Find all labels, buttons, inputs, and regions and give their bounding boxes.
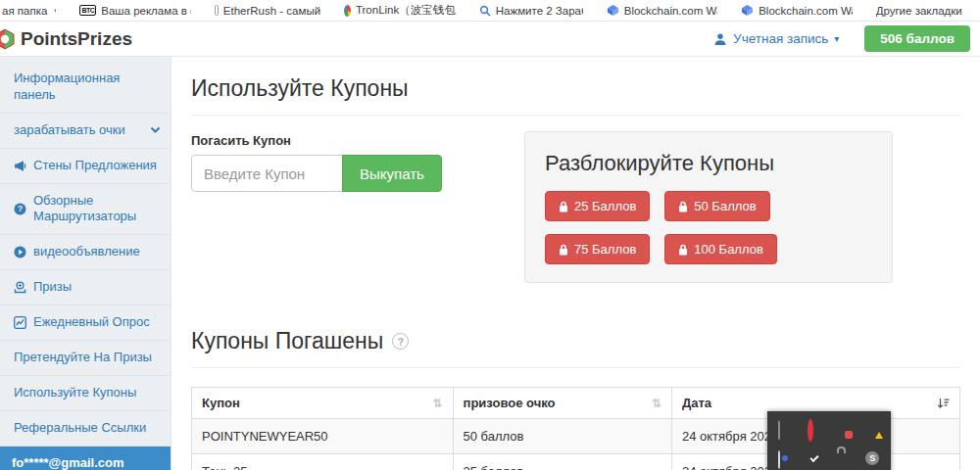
other-bookmarks-label: Другие закладки [876, 5, 962, 17]
sidebar-item-label: видеообъявление [33, 244, 140, 260]
lock-icon [678, 244, 688, 256]
bookmark-label: Нажмите 2 Зараб [496, 5, 583, 17]
sidebar-item-use-coupons[interactable]: Используйте Купоны [0, 376, 171, 411]
bookmark-label: EtherRush - самый [223, 5, 320, 17]
screen: ая папка ▾ BTC Ваша реклама в с EtherRus… [0, 0, 980, 470]
caret-down-icon: ▾ [54, 6, 56, 16]
points-balance-badge[interactable]: 506 баллов [864, 25, 970, 52]
notification-email: fo*****@gmail.com [12, 454, 161, 470]
sidebar-item-earn-points[interactable]: зарабатывать очки [0, 114, 171, 149]
logo[interactable]: PointsPrizes [0, 27, 132, 51]
account-menu[interactable]: Учетная запись ▾ [713, 31, 839, 46]
unlock-button-label: 50 Баллов [694, 199, 756, 213]
btc-icon: BTC [79, 5, 96, 16]
account-label: Учетная запись [733, 31, 828, 46]
defender-warning-icon[interactable] [865, 422, 880, 437]
lock-icon [678, 201, 688, 212]
bookmark-folder[interactable]: ая папка ▾ [2, 5, 56, 17]
sidebar-item-label: Стены Предложения [33, 158, 157, 174]
bookmark-etherrush[interactable]: EtherRush - самый [215, 5, 320, 17]
bookmark-tronlink[interactable]: TronLink（波宝钱包 [344, 3, 456, 18]
sidebar-item-label: зарабатывать очки [14, 122, 125, 139]
person-icon [713, 32, 727, 46]
bookmark-label: ая папка [2, 5, 47, 17]
logo-text: PointsPrizes [21, 28, 132, 50]
sidebar-item-label: Информационная панель [14, 70, 161, 104]
question-circle-icon: ? [14, 203, 26, 215]
unlock-50-button[interactable]: 50 Баллов [664, 191, 769, 221]
app-icon[interactable] [836, 422, 851, 437]
bookmarks-bar: ая папка ▾ BTC Ваша реклама в с EtherRus… [0, 0, 980, 22]
sidebar-item-video-ads[interactable]: видеообъявление [0, 235, 171, 270]
main-content: Используйте Купоны Погасить Купон Выкупа… [172, 57, 980, 470]
site-header: PointsPrizes Учетная запись ▾ 506 баллов [0, 22, 980, 57]
cell-coupon: POINTYNEWYEAR50 [192, 419, 454, 454]
prizes-icon [14, 281, 26, 294]
window-icon[interactable] [778, 422, 793, 437]
coupon-input[interactable] [191, 155, 343, 192]
bookmark-blockchain-1[interactable]: Blockchain.com Wa [607, 4, 717, 17]
unlock-25-button[interactable]: 25 Баллов [545, 191, 650, 221]
unlock-button-label: 25 Баллов [574, 199, 636, 213]
notification-bonus-1[interactable]: fo*****@gmail.com Offer Bonus Points [0, 446, 171, 470]
opera-icon[interactable] [808, 422, 822, 437]
unlock-coupons-panel: Разблокируйте Купоны 25 Баллов [524, 131, 893, 283]
cell-points: 50 баллов [453, 419, 671, 454]
sidebar-item-label: Претендуйте На Призы [14, 350, 152, 366]
body-row: Информационная панель зарабатывать очки … [0, 57, 980, 470]
bookmark-click-earn[interactable]: Нажмите 2 Зараб [479, 5, 583, 17]
sidebar-item-dashboard[interactable]: Информационная панель [0, 62, 171, 114]
cell-coupon: Тень 25 [192, 454, 454, 470]
unlock-button-label: 100 Баллов [694, 242, 763, 257]
sidebar-item-referral-links[interactable]: Реферальные Ссылки [0, 411, 171, 446]
sidebar-item-claim-prizes[interactable]: Претендуйте На Призы [0, 341, 171, 376]
sidebar-item-prizes[interactable]: Призы [0, 270, 171, 306]
bookmark-label: Blockchain.com Wa [759, 5, 852, 17]
media-player-icon[interactable] [778, 451, 793, 466]
lock-icon [559, 244, 568, 256]
sidebar-item-label: Используйте Купоны [14, 385, 136, 401]
pointsprizes-hexagon-icon [0, 27, 17, 51]
tronlink-icon [344, 5, 351, 17]
page-icon [215, 5, 219, 16]
chart-line-icon [14, 316, 26, 329]
header-label: Дата [682, 396, 711, 410]
sidebar-item-survey-routers[interactable]: ? Обзорные Маршрутизаторы [0, 184, 171, 236]
svg-text:?: ? [18, 204, 23, 213]
sidebar-item-label: Призы [33, 279, 72, 296]
redeem-coupon-label: Погасить Купон [191, 133, 524, 148]
table-header-points[interactable]: призовое очко ⇅ [453, 388, 671, 419]
unlock-75-button[interactable]: 75 Баллов [545, 234, 650, 264]
lock-icon[interactable] [836, 451, 851, 466]
caret-down-icon: ▾ [834, 33, 839, 44]
redeemed-section-title: Купоны Погашены [191, 328, 383, 354]
other-bookmarks-button[interactable]: Другие закладки ▾ [876, 5, 968, 17]
section-divider [191, 367, 960, 368]
help-icon[interactable]: ? [392, 333, 409, 350]
title-divider [191, 115, 960, 116]
bookmark-btc-ad[interactable]: BTC Ваша реклама в с [79, 5, 190, 17]
sort-icon: ⇅ [652, 397, 662, 410]
page-title: Используйте Купоны [191, 75, 960, 102]
redeem-button[interactable]: Выкупать [342, 155, 442, 192]
chevron-down-icon [150, 126, 161, 134]
blockchain-cube-icon [607, 4, 619, 17]
sidebar-item-label: Ежедневный Опрос [33, 314, 150, 331]
cell-points: 25 баллов [453, 454, 671, 470]
unlock-panel-title: Разблокируйте Купоны [545, 151, 872, 176]
antivirus-check-icon[interactable] [808, 451, 822, 466]
bookmark-label: Blockchain.com Wa [624, 5, 717, 17]
bookmark-label: TronLink（波宝钱包 [356, 3, 456, 18]
unlock-100-button[interactable]: 100 Баллов [664, 234, 777, 264]
bookmark-blockchain-2[interactable]: Blockchain.com Wa [741, 4, 852, 17]
blockchain-cube-icon [741, 4, 754, 17]
header-label: призовое очко [464, 396, 556, 410]
sidebar-item-daily-poll[interactable]: Ежедневный Опрос [0, 306, 171, 341]
table-header-coupon[interactable]: Купон ⇅ [192, 388, 454, 419]
sort-icon: ⇅ [432, 397, 442, 410]
search-icon [479, 5, 491, 17]
s-app-icon[interactable] [865, 451, 879, 465]
sidebar-item-offer-walls[interactable]: Стены Предложения [0, 149, 171, 184]
system-tray-popup [767, 411, 891, 470]
sort-desc-icon [937, 398, 950, 409]
